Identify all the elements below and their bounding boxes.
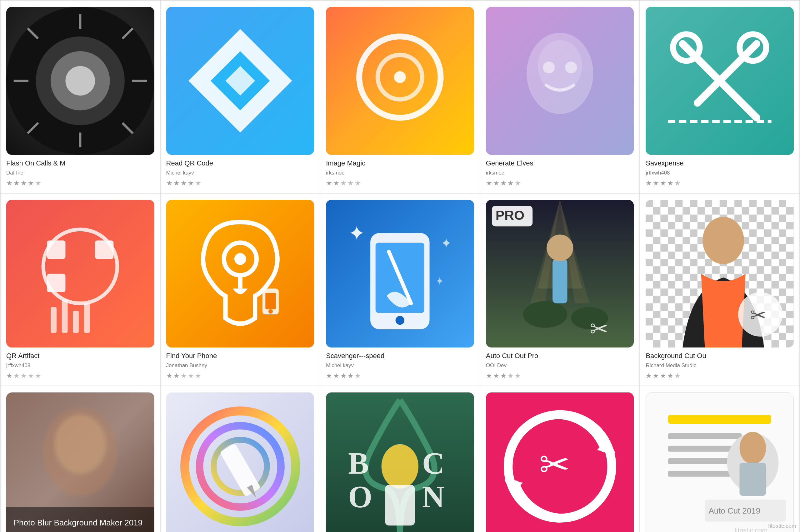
app-card-flash-calls[interactable]: Flash On Calls & M Daf Inc ★ ★ ★ ★ ★	[1, 1, 160, 193]
star-4: ★	[347, 179, 354, 187]
svg-point-56	[523, 301, 567, 327]
star-3: ★	[660, 372, 666, 380]
svg-rect-58	[552, 259, 567, 303]
app-card-find-phone[interactable]: Find Your Phone Jonathan Bushey ★ ★ ★ ★ …	[161, 194, 320, 386]
stars-read-qr: ★ ★ ★ ★ ★	[166, 179, 314, 187]
star-5: ★	[195, 179, 201, 187]
app-icon-bocn: B O C N	[326, 393, 474, 532]
svg-text:fitostic.com: fitostic.com	[734, 527, 767, 532]
star-2: ★	[653, 179, 659, 187]
app-name-qr-artifact: QR Artifact	[6, 352, 154, 360]
star-4: ★	[347, 372, 354, 380]
app-card-auto-cut[interactable]: PRO ✂ Auto Cut Out Pro OOI Dev ★ ★ ★ ★ ★	[480, 194, 640, 386]
stars-qr-artifact: ★ ★ ★ ★ ★	[6, 372, 154, 380]
app-author-qr-artifact: jrffxwh408	[6, 362, 154, 369]
svg-point-102	[740, 432, 766, 464]
star-5: ★	[355, 372, 361, 380]
app-icon-image-magic	[326, 7, 474, 155]
app-author-bg-cut: Richard Media Studio	[646, 362, 794, 369]
stars-auto-cut: ★ ★ ★ ★ ★	[486, 372, 634, 380]
app-name-flash-calls: Flash On Calls & M	[6, 159, 154, 167]
svg-rect-36	[51, 307, 57, 333]
stars-savexpense: ★ ★ ★ ★ ★	[646, 179, 794, 187]
star-2: ★	[493, 372, 499, 380]
stars-bg-cut: ★ ★ ★ ★ ★	[646, 372, 794, 380]
app-card-image-magic[interactable]: Image Magic irksmoc ★ ★ ★ ★ ★	[320, 1, 480, 193]
app-author-flash-calls: Daf Inc	[6, 170, 154, 176]
star-1: ★	[326, 179, 332, 187]
svg-rect-103	[740, 463, 766, 496]
svg-point-53	[396, 316, 404, 324]
app-icon-circular	[166, 393, 314, 532]
app-card-autocut2019[interactable]: Auto Cut 2019 fitostic.com Auto Cut 2019	[640, 386, 799, 532]
stars-generate-elves: ★ ★ ★ ★ ★	[486, 179, 634, 187]
star-5: ★	[674, 372, 680, 380]
svg-rect-97	[668, 433, 742, 439]
app-grid: Flash On Calls & M Daf Inc ★ ★ ★ ★ ★	[0, 0, 800, 532]
app-card-generate-elves[interactable]: Generate Elves irksmoc ★ ★ ★ ★ ★	[480, 1, 640, 193]
app-icon-savexpense	[646, 7, 794, 155]
app-icon-generate-elves	[486, 7, 634, 155]
star-4: ★	[188, 372, 194, 380]
svg-rect-39	[84, 303, 90, 333]
star-1: ★	[486, 372, 492, 380]
svg-text:Auto Cut 2019: Auto Cut 2019	[709, 507, 761, 515]
app-card-photo-blur[interactable]: Photo Blur Background Maker 2019 Photo B…	[1, 386, 160, 532]
app-name-scavenger: Scavenger---speed	[326, 352, 474, 360]
star-4: ★	[28, 179, 34, 187]
app-author-auto-cut: OOI Dev	[486, 362, 634, 369]
svg-point-23	[543, 61, 555, 73]
app-author-find-phone: Jonathan Bushey	[166, 362, 314, 369]
star-1: ★	[6, 372, 13, 380]
app-card-bocn[interactable]: B O C N	[320, 386, 480, 532]
svg-rect-31	[6, 200, 154, 348]
star-3: ★	[340, 179, 347, 187]
app-card-qr-artifact[interactable]: QR Artifact jrffxwh408 ★ ★ ★ ★ ★	[1, 194, 160, 386]
app-card-savexpense[interactable]: Savexpense jrffxwh408 ★ ★ ★ ★ ★	[640, 1, 799, 193]
star-1: ★	[646, 372, 652, 380]
star-5: ★	[515, 179, 521, 187]
svg-point-24	[565, 61, 577, 73]
app-card-scavenger[interactable]: ✦ ✦ ✦ Scavenger---speed Michel kayv ★ ★ …	[320, 194, 480, 386]
svg-text:✦: ✦	[436, 276, 444, 287]
app-card-cut-red[interactable]: ✂	[480, 386, 640, 532]
star-3: ★	[21, 372, 27, 380]
app-icon-photo-blur: Photo Blur Background Maker 2019	[6, 393, 154, 532]
svg-text:C: C	[422, 446, 445, 481]
star-5: ★	[195, 372, 201, 380]
star-2: ★	[333, 372, 339, 380]
app-author-image-magic: irksmoc	[326, 170, 474, 176]
svg-point-42	[234, 253, 246, 265]
svg-rect-38	[73, 311, 79, 333]
app-icon-flash-calls	[6, 7, 154, 155]
star-1: ★	[326, 372, 332, 380]
app-name-auto-cut: Auto Cut Out Pro	[486, 352, 634, 360]
star-3: ★	[181, 372, 187, 380]
stars-scavenger: ★ ★ ★ ★ ★	[326, 372, 474, 380]
svg-rect-45	[265, 293, 276, 309]
star-4: ★	[28, 372, 34, 380]
star-5: ★	[35, 179, 41, 187]
star-1: ★	[486, 179, 492, 187]
app-name-image-magic: Image Magic	[326, 159, 474, 167]
star-4: ★	[188, 179, 194, 187]
star-2: ★	[14, 179, 20, 187]
svg-text:Photo Blur Background Maker 20: Photo Blur Background Maker 2019	[14, 518, 143, 527]
app-icon-read-qr	[166, 7, 314, 155]
star-5: ★	[35, 372, 41, 380]
svg-rect-96	[668, 415, 771, 424]
star-1: ★	[646, 179, 652, 187]
svg-point-73	[54, 415, 106, 474]
star-4: ★	[508, 179, 514, 187]
star-3: ★	[181, 179, 187, 187]
app-card-bg-cut[interactable]: ✂ Background Cut Ou Richard Media Studio…	[640, 194, 799, 386]
star-5: ★	[515, 372, 521, 380]
app-icon-autocut2019: Auto Cut 2019 fitostic.com	[646, 393, 794, 532]
star-3: ★	[340, 372, 347, 380]
app-name-generate-elves: Generate Elves	[486, 159, 634, 167]
svg-rect-33	[47, 241, 65, 259]
svg-point-84	[382, 444, 418, 489]
app-card-circular[interactable]	[161, 386, 320, 532]
svg-text:✂: ✂	[589, 317, 608, 341]
app-card-read-qr[interactable]: Read QR Code Michel kayv ★ ★ ★ ★ ★	[161, 1, 320, 193]
